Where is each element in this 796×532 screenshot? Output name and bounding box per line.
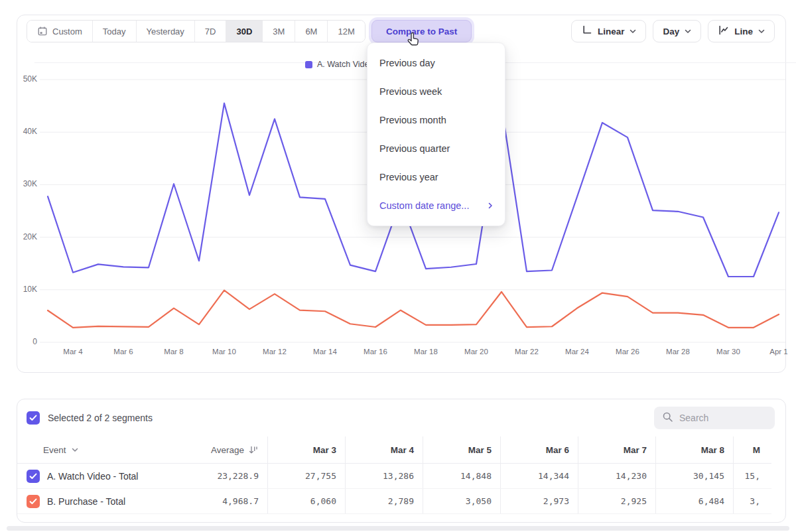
average-header-label: Average (211, 445, 244, 455)
column-header-date: Mar 3 (267, 436, 345, 463)
x-axis-tick: Mar 16 (355, 348, 396, 356)
select-all-checkbox[interactable] (27, 411, 40, 425)
range-button-3m[interactable]: 3M (263, 21, 295, 42)
x-axis-tick: Mar 8 (153, 348, 194, 356)
range-label: 3M (273, 27, 285, 36)
series-line-purchase (48, 291, 779, 328)
column-header-date: M (733, 436, 769, 463)
chevron-right-icon (488, 202, 493, 209)
value-cell: 14,230 (578, 464, 655, 488)
horizontal-scrollbar[interactable] (7, 526, 789, 531)
compare-to-past-menu: Previous dayPrevious weekPrevious monthP… (367, 42, 505, 226)
x-axis-tick: Mar 24 (557, 348, 598, 356)
segment-row-label[interactable]: B. Purchase - Total (17, 489, 189, 513)
segment-checkbox[interactable] (27, 470, 40, 483)
search-input[interactable] (679, 413, 765, 423)
column-header-date: Mar 5 (423, 436, 500, 463)
segment-checkbox[interactable] (27, 495, 40, 508)
range-label: Custom (52, 27, 82, 36)
axis-scale-icon (581, 25, 592, 38)
x-axis-tick: Mar 22 (506, 348, 547, 356)
chart-type-dropdown-button[interactable]: Line (708, 20, 775, 42)
range-button-12m[interactable]: 12M (328, 21, 364, 42)
column-header-event[interactable]: Event (17, 436, 189, 463)
segment-name: B. Purchase - Total (47, 496, 125, 507)
search-icon (662, 411, 673, 425)
x-axis-tick: Mar 12 (254, 348, 295, 356)
chevron-down-icon (758, 29, 765, 34)
value-cell: 6,060 (267, 489, 345, 513)
segments-bar: Selected 2 of 2 segments (17, 399, 785, 436)
x-axis-tick: Mar 26 (607, 348, 648, 356)
column-header-date: Mar 4 (345, 436, 423, 463)
value-cell: 2,925 (578, 489, 655, 513)
x-axis-tick: Mar 14 (304, 348, 346, 356)
date-range-control: CustomTodayYesterday7D30D3M6M12M (27, 20, 365, 42)
value-cell: 27,755 (267, 464, 345, 488)
segments-selected-label: Selected 2 of 2 segments (48, 413, 153, 423)
value-cell: 4,968.7 (189, 489, 267, 513)
value-cell: 3,050 (423, 489, 500, 513)
column-header-date: Mar 8 (655, 436, 733, 463)
y-axis-tick: 10K (9, 285, 37, 294)
compare-to-past-button[interactable]: Compare to Past (371, 20, 472, 42)
menu-item-previous-year[interactable]: Previous year (367, 163, 505, 191)
menu-item-previous-quarter[interactable]: Previous quarter (367, 134, 505, 163)
search-box (654, 407, 775, 429)
range-label: Today (103, 27, 126, 36)
x-axis-tick: Mar 4 (52, 348, 94, 356)
segments-table-card: Selected 2 of 2 segments EventAverageMar… (17, 399, 786, 523)
range-button-30d[interactable]: 30D (226, 21, 263, 42)
sort-descending-icon (249, 446, 259, 454)
y-axis-tick: 0 (9, 337, 37, 346)
value-cell: 23,228.9 (189, 464, 267, 488)
range-button-today[interactable]: Today (93, 21, 137, 42)
event-header-label: Event (43, 445, 66, 455)
interval-label: Day (663, 27, 679, 36)
date-header-label: Mar 5 (468, 445, 492, 455)
column-header-date: Mar 7 (578, 436, 655, 463)
range-label: 7D (205, 27, 216, 36)
range-label: 6M (305, 27, 317, 36)
segment-row-label[interactable]: A. Watch Video - Total (17, 464, 189, 488)
x-axis-tick: Mar 6 (103, 348, 144, 356)
chevron-down-icon (72, 448, 78, 452)
table-row: B. Purchase - Total4,968.76,0602,7893,05… (17, 489, 771, 514)
date-header-label: Mar 3 (313, 445, 336, 455)
column-header-date: Mar 6 (500, 436, 578, 463)
range-button-yesterday[interactable]: Yesterday (137, 21, 195, 42)
x-axis-tick: Mar 30 (708, 348, 749, 356)
range-button-6m[interactable]: 6M (295, 21, 328, 42)
table-row: A. Watch Video - Total23,228.927,75513,2… (17, 464, 771, 489)
range-label: Yesterday (147, 27, 184, 36)
scale-dropdown-button[interactable]: Linear (571, 20, 647, 42)
menu-item-previous-day[interactable]: Previous day (367, 48, 505, 77)
x-axis-tick: Apr 1 (758, 348, 796, 356)
line-chart-icon (718, 25, 729, 38)
chart-options-group: Linear Day Line (571, 20, 775, 42)
x-axis-tick: Mar 28 (657, 348, 698, 356)
x-axis-tick: Mar 20 (456, 348, 497, 356)
menu-item-custom-date-range[interactable]: Custom date range... (367, 191, 505, 220)
menu-item-previous-week[interactable]: Previous week (367, 77, 505, 105)
chart-type-label: Line (734, 27, 753, 36)
chevron-down-icon (630, 29, 636, 34)
y-axis-tick: 40K (9, 127, 37, 136)
value-cell: 15, (733, 464, 769, 488)
date-header-label: Mar 4 (391, 445, 414, 455)
menu-item-previous-month[interactable]: Previous month (367, 105, 505, 134)
chevron-down-icon (685, 29, 691, 34)
value-cell: 13,286 (345, 464, 423, 488)
range-button-7d[interactable]: 7D (195, 21, 227, 42)
date-header-label: Mar 8 (701, 445, 724, 455)
date-header-label: Mar 7 (624, 445, 647, 455)
value-cell: 6,484 (655, 489, 733, 513)
range-button-custom[interactable]: Custom (27, 21, 93, 42)
interval-dropdown-button[interactable]: Day (653, 20, 701, 42)
custom-date-range-label: Custom date range... (379, 200, 469, 211)
column-header-average[interactable]: Average (189, 436, 267, 463)
value-cell: 14,848 (423, 464, 500, 488)
date-header-label: Mar 6 (546, 445, 569, 455)
value-cell: 2,789 (345, 489, 423, 513)
range-label: 30D (236, 27, 252, 36)
